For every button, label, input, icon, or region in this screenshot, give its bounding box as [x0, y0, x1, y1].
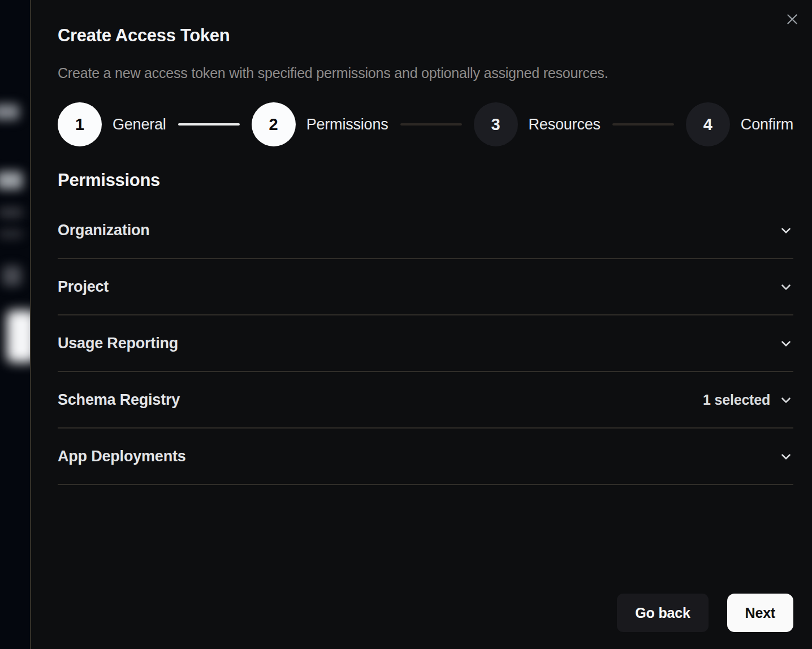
chevron-down-icon	[779, 393, 793, 408]
blurred-background-text	[0, 207, 23, 218]
step-number-badge: 3	[474, 102, 518, 146]
accordion-app-deployments[interactable]: App Deployments	[58, 429, 793, 485]
accordion-usage-reporting[interactable]: Usage Reporting	[58, 315, 793, 372]
step-resources[interactable]: 3 Resources	[474, 102, 601, 146]
next-button[interactable]: Next	[727, 594, 793, 632]
step-label: Resources	[529, 116, 601, 133]
dialog-footer: Go back Next	[617, 594, 793, 632]
step-label: Confirm	[741, 116, 793, 133]
step-general[interactable]: 1 General	[58, 102, 166, 146]
accordion-schema-registry[interactable]: Schema Registry 1 selected	[58, 372, 793, 429]
blurred-background-text	[0, 230, 23, 239]
close-icon	[785, 12, 800, 27]
create-access-token-dialog: Create Access Token Create a new access …	[30, 0, 812, 649]
accordion-organization[interactable]: Organization	[58, 202, 793, 259]
dialog-subtitle: Create a new access token with specified…	[58, 65, 793, 81]
step-confirm[interactable]: 4 Confirm	[686, 102, 793, 146]
accordion-label: App Deployments	[58, 448, 186, 465]
wizard-stepper: 1 General 2 Permissions 3 Resources 4 Co…	[58, 102, 793, 146]
chevron-down-icon	[779, 223, 793, 238]
accordion-label: Schema Registry	[58, 391, 180, 409]
accordion-label: Project	[58, 278, 109, 296]
step-label: General	[113, 116, 166, 133]
step-connector	[400, 123, 462, 126]
background-page-overlay	[0, 0, 31, 649]
go-back-button[interactable]: Go back	[617, 594, 708, 632]
permissions-section-heading: Permissions	[58, 170, 793, 191]
step-connector	[612, 123, 674, 126]
permissions-accordion-list: Organization Project Usage Reporting	[58, 202, 793, 485]
chevron-down-icon	[779, 336, 793, 351]
blurred-background-text	[0, 171, 23, 189]
step-connector	[178, 123, 240, 126]
dialog-title: Create Access Token	[58, 25, 793, 46]
chevron-down-icon	[779, 449, 793, 464]
blurred-background-card	[7, 310, 31, 362]
step-number-badge: 1	[58, 102, 102, 146]
step-number-badge: 2	[252, 102, 296, 146]
accordion-project[interactable]: Project	[58, 259, 793, 315]
selection-count-badge: 1 selected	[703, 392, 770, 408]
blurred-background-icon	[2, 266, 21, 286]
chevron-down-icon	[779, 280, 793, 295]
blurred-background-text	[0, 104, 19, 120]
accordion-label: Usage Reporting	[58, 335, 178, 352]
accordion-label: Organization	[58, 222, 150, 239]
step-number-badge: 4	[686, 102, 730, 146]
step-label: Permissions	[306, 116, 388, 133]
step-permissions[interactable]: 2 Permissions	[252, 102, 388, 146]
close-button[interactable]	[783, 10, 801, 28]
